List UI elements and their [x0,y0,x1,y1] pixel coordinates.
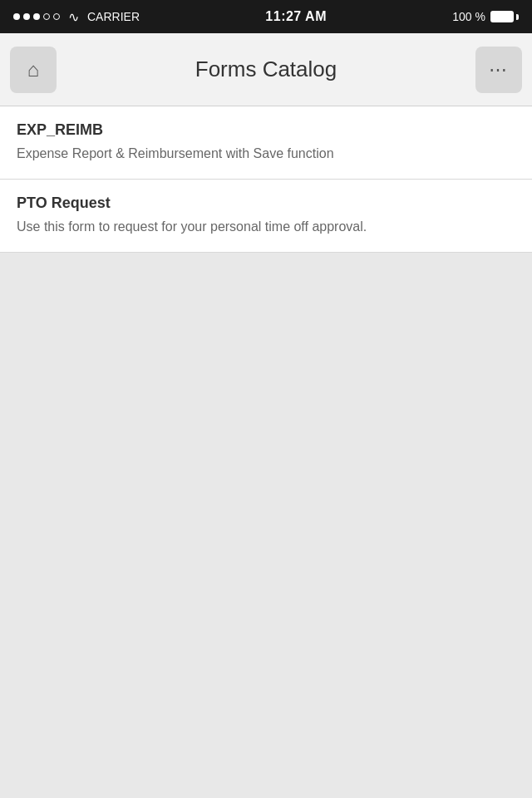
list-item[interactable]: EXP_REIMB Expense Report & Reimbursement… [0,106,532,180]
signal-dot-3 [33,13,40,20]
signal-dot-2 [23,13,30,20]
signal-dot-5 [53,13,60,20]
battery-tip [516,14,519,20]
status-left: ∿ CARRIER [13,9,140,25]
form-title-exp-reimb: EXP_REIMB [17,121,515,139]
more-icon: ⋯ [489,59,509,81]
form-description-exp-reimb: Expense Report & Reimbursement with Save… [17,144,515,164]
carrier-label: CARRIER [87,10,140,23]
form-title-pto-request: PTO Request [17,195,515,212]
battery-icon [490,11,519,22]
form-description-pto-request: Use this form to request for your person… [17,217,515,237]
nav-bar: ⌂ Forms Catalog ⋯ [0,33,532,106]
page-title: Forms Catalog [57,57,475,82]
battery-body [490,11,514,22]
list-item[interactable]: PTO Request Use this form to request for… [0,180,532,253]
home-icon: ⌂ [27,58,40,81]
empty-content-area [0,253,532,720]
signal-dot-4 [43,13,50,20]
battery-percent: 100 % [452,10,485,23]
home-button[interactable]: ⌂ [10,47,57,93]
status-time: 11:27 AM [265,9,327,24]
forms-list: EXP_REIMB Expense Report & Reimbursement… [0,106,532,253]
more-button[interactable]: ⋯ [475,47,522,93]
wifi-icon: ∿ [68,9,79,25]
signal-dots [13,13,60,20]
signal-dot-1 [13,13,20,20]
status-bar: ∿ CARRIER 11:27 AM 100 % [0,0,532,33]
status-right: 100 % [452,10,519,23]
